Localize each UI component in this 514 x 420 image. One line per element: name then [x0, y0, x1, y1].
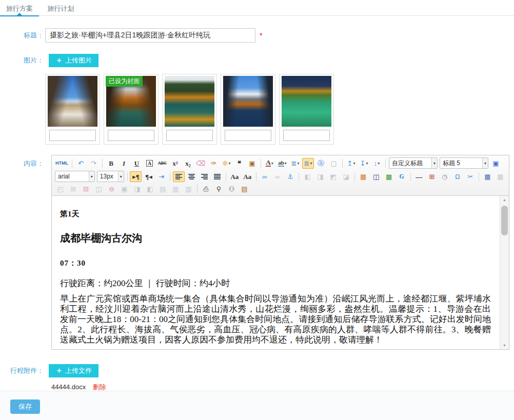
char-border-button[interactable]: A	[144, 158, 155, 169]
merge-cells-button[interactable]: ▣	[118, 184, 130, 194]
editor-toolbar: HTML↶↷BIUAABCx²x₂⌫✑✲▾❝▣A▾ab▾≣▾≣▾ⓐ▢↥▾↧▾↕▾…	[52, 155, 509, 196]
subscript-button[interactable]: x₂	[182, 158, 194, 169]
preview-button[interactable]: ⚲	[213, 184, 225, 194]
special-char-button[interactable]: Ω	[451, 171, 463, 182]
upload-images-button[interactable]: ＋ 上传图片	[49, 54, 98, 67]
split-row-button[interactable]: ▥	[170, 184, 182, 194]
rtl-paragraph-button[interactable]: ¶◂	[143, 171, 154, 182]
new-page-button[interactable]: ▢	[328, 158, 340, 169]
image-inline-button[interactable]: ◧	[302, 171, 313, 182]
strikethrough-button[interactable]: ABC	[156, 158, 168, 169]
remove-format-button[interactable]: ⌫	[195, 158, 207, 169]
line-height-button[interactable]: ↕▾	[371, 158, 383, 169]
image-left-float-button[interactable]: ◨	[314, 171, 326, 182]
editor-time-heading: 07：30	[60, 258, 491, 268]
insert-row-after-button[interactable]: ◨	[131, 184, 143, 194]
fullscreen-button[interactable]: ▣	[490, 158, 502, 169]
align-left-button[interactable]	[173, 171, 185, 182]
horizontal-rule-button[interactable]: —	[413, 171, 425, 182]
align-center-button[interactable]	[186, 171, 197, 182]
valley-lake-photo[interactable]	[48, 76, 97, 127]
scroll-down-icon[interactable]: ▼	[500, 342, 509, 349]
split-cell-button[interactable]: ▤	[157, 184, 169, 194]
insert-image-button[interactable]: ▦	[358, 171, 369, 182]
delete-row-button[interactable]: ⊟	[80, 184, 92, 194]
tab-bar: 旅行方案 旅行计划	[0, 0, 514, 16]
image-right-float-button[interactable]: ◩	[327, 171, 339, 182]
ltr-paragraph-button[interactable]: ▸¶	[130, 171, 142, 182]
title-input[interactable]	[45, 28, 255, 43]
insert-video-button[interactable]: ◫	[370, 171, 382, 182]
insert-title-row-button[interactable]: ⊞	[67, 184, 79, 194]
save-button[interactable]: 保存	[10, 399, 40, 414]
google-map-button[interactable]: G	[396, 171, 408, 182]
editor-content[interactable]: 第1天 成都毕棚沟古尔沟 07：30 行驶距离：约200公里 ｜ 行驶时间：约4…	[52, 196, 500, 349]
delete-column-button[interactable]: ⊖	[106, 184, 117, 194]
auto-typeset-button[interactable]: ✲▾	[221, 158, 232, 169]
editor-scrollbar[interactable]: ▲ ▼	[500, 196, 509, 349]
font-family-select[interactable]: arial▾	[55, 171, 95, 182]
underline-button[interactable]: U	[131, 158, 143, 169]
insert-col-after-button[interactable]: ◧	[144, 184, 156, 194]
italic-button[interactable]: I	[118, 158, 130, 169]
image-caption-input[interactable]	[225, 130, 271, 141]
anchor-button[interactable]: ⚓	[284, 171, 296, 182]
link-button[interactable]: ∞	[259, 171, 270, 182]
paste-button[interactable]: ▤	[239, 184, 250, 194]
image-card: 已设为封面	[104, 74, 159, 145]
insert-table-button[interactable]: ▦	[482, 171, 493, 182]
image-card	[162, 74, 217, 145]
align-justify-button[interactable]	[211, 171, 223, 182]
space-below-button[interactable]: ↧▾	[358, 158, 370, 169]
screenshot-button[interactable]: ✂	[464, 171, 476, 182]
insert-column-button[interactable]: ◫	[93, 184, 105, 194]
insert-time-button[interactable]: ◷	[439, 171, 450, 182]
undo-button[interactable]: ↶	[75, 158, 87, 169]
source-code-button[interactable]: HTML	[54, 158, 69, 169]
autumn-forest-lake-photo[interactable]	[165, 76, 214, 127]
image-caption-input[interactable]	[108, 130, 154, 141]
scroll-up-icon[interactable]: ▲	[500, 196, 509, 204]
table-title-button[interactable]: ◰	[54, 184, 66, 194]
redo-button[interactable]: ↷	[88, 158, 100, 169]
blockquote-button[interactable]: ❝	[233, 158, 245, 169]
tab-travel-plan-label: 旅行方案	[6, 5, 33, 12]
ordered-list-button[interactable]: ≣▾	[289, 158, 301, 169]
image-caption-input[interactable]	[283, 130, 330, 141]
delete-table-button[interactable]: ▦	[495, 171, 506, 182]
insert-date-button[interactable]: ⊞	[426, 171, 438, 182]
paste-text-button[interactable]: ▣	[246, 158, 258, 169]
split-col-button[interactable]: ▥	[183, 184, 194, 194]
anchor-inline-button[interactable]: ⓐ	[315, 158, 327, 169]
emerald-lake-photo[interactable]	[282, 76, 331, 127]
tab-travel-schedule[interactable]: 旅行计划	[41, 0, 80, 16]
align-right-button[interactable]	[199, 171, 210, 182]
image-caption-input[interactable]	[166, 130, 213, 141]
upload-file-button[interactable]: ＋ 上传文件	[49, 364, 98, 377]
toolbar-separator	[385, 159, 386, 168]
scrollbar-thumb[interactable]	[501, 206, 508, 235]
snow-peaks-blue-lake-photo[interactable]	[223, 76, 273, 127]
custom-title-select[interactable]: 自定义标题▾	[389, 157, 438, 169]
paragraph-format-select[interactable]: 标题 5▾	[440, 157, 488, 169]
attachment-label: 行程附件：	[0, 366, 44, 375]
lowercase-button[interactable]: Aa	[242, 171, 253, 182]
insert-map-button[interactable]: ▩	[383, 171, 395, 182]
highlight-color-button[interactable]: ab▾	[276, 158, 288, 169]
image-caption-input[interactable]	[49, 130, 96, 141]
font-color-button[interactable]: A▾	[264, 158, 275, 169]
find-replace-button[interactable]: ⚇	[226, 184, 238, 194]
tab-travel-plan[interactable]: 旅行方案	[0, 0, 39, 16]
unlink-button[interactable]: ∞	[271, 171, 283, 182]
space-above-button[interactable]: ↥▾	[345, 158, 357, 169]
uppercase-button[interactable]: Aa	[229, 171, 241, 182]
attachment-delete-link[interactable]: 删除	[93, 383, 106, 391]
superscript-button[interactable]: x²	[169, 158, 181, 169]
print-button[interactable]: ⎙	[200, 184, 212, 194]
format-painter-button[interactable]: ✑	[208, 158, 220, 169]
indent-button[interactable]: ⇥	[155, 171, 167, 182]
image-center-button[interactable]: ◪	[340, 171, 352, 182]
font-size-select[interactable]: 13px▾	[97, 171, 124, 182]
bold-button[interactable]: B	[105, 158, 117, 169]
unordered-list-button[interactable]: ≣▾	[302, 158, 314, 169]
